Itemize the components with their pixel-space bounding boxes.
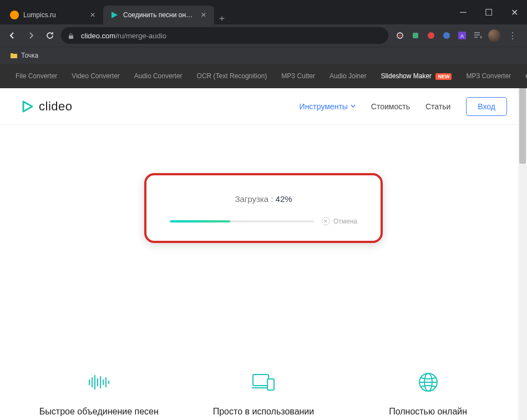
upload-label-text: Загрузка : bbox=[235, 194, 275, 204]
devices-icon bbox=[191, 369, 336, 396]
svg-rect-20 bbox=[267, 379, 274, 390]
bookmark-folder[interactable]: Точка bbox=[7, 50, 42, 61]
browser-menu-icon[interactable]: ⋮ bbox=[506, 29, 519, 42]
feature-title: Просто в использовании bbox=[191, 407, 336, 417]
favicon-lumpics bbox=[10, 11, 19, 19]
url-text: clideo.com/ru/merge-audio bbox=[81, 32, 382, 40]
nav-pricing[interactable]: Стоимость bbox=[371, 102, 410, 111]
softo-link[interactable]: File Converter bbox=[16, 72, 57, 80]
brand-text: clideo bbox=[39, 99, 72, 114]
progress-fill bbox=[170, 220, 230, 222]
new-tab-button[interactable]: ＋ bbox=[214, 13, 230, 24]
login-button[interactable]: Вход bbox=[466, 97, 507, 116]
new-badge: NEW bbox=[435, 73, 452, 80]
svg-point-6 bbox=[443, 32, 450, 39]
progress-bar bbox=[170, 220, 314, 222]
window-close-icon[interactable]: ✕ bbox=[501, 0, 527, 24]
tab-title: Соединить песни онлайн — Со bbox=[123, 11, 195, 19]
extension-icon[interactable] bbox=[442, 31, 452, 41]
clideo-logo[interactable]: clideo bbox=[20, 99, 72, 114]
feature-card: Быстрое объединение песен С помощью этог… bbox=[27, 369, 171, 420]
window-maximize-icon[interactable]: ☐ bbox=[476, 0, 501, 24]
svg-rect-1 bbox=[69, 36, 73, 39]
softo-link[interactable]: Video Converter bbox=[72, 72, 120, 80]
softo-link[interactable]: Audio Converter bbox=[134, 72, 183, 80]
extension-icon[interactable] bbox=[426, 31, 436, 41]
cancel-label: Отмена bbox=[333, 217, 357, 225]
svg-text:A: A bbox=[460, 33, 464, 39]
folder-icon bbox=[10, 52, 18, 59]
feature-card: Просто в использовании Вы можете объедин… bbox=[191, 369, 336, 420]
extension-icon[interactable] bbox=[395, 31, 405, 41]
reading-list-icon[interactable] bbox=[473, 31, 483, 41]
address-bar[interactable]: clideo.com/ru/merge-audio bbox=[61, 27, 388, 44]
cancel-icon: ✕ bbox=[322, 217, 330, 225]
tab-lumpics[interactable]: Lumpics.ru ✕ bbox=[3, 6, 103, 24]
bookmark-label: Точка bbox=[21, 52, 38, 59]
svg-marker-9 bbox=[23, 102, 32, 112]
softo-link[interactable]: MP3 Cutter bbox=[281, 72, 315, 80]
tab-clideo[interactable]: Соединить песни онлайн — Со ✕ bbox=[103, 6, 214, 24]
softo-link[interactable]: OCR (Text Recognition) bbox=[197, 72, 267, 80]
svg-rect-18 bbox=[253, 375, 268, 386]
tab-title: Lumpics.ru bbox=[23, 11, 84, 19]
favicon-clideo bbox=[110, 11, 119, 19]
nav-tools[interactable]: Инструменты bbox=[300, 102, 356, 111]
feature-title: Быстрое объединение песен bbox=[27, 407, 171, 417]
svg-point-5 bbox=[428, 32, 434, 39]
url-host: clideo.com bbox=[81, 32, 115, 40]
softo-link[interactable]: Audio Joiner bbox=[330, 72, 367, 80]
waveform-icon bbox=[27, 369, 171, 396]
softo-link[interactable]: MP3 Converter bbox=[466, 72, 511, 80]
forward-button[interactable] bbox=[23, 28, 39, 43]
softo-highlight-text: Slideshow Maker bbox=[381, 72, 432, 80]
extension-icon[interactable]: A bbox=[457, 31, 467, 41]
window-minimize-icon[interactable]: ─ bbox=[450, 0, 476, 24]
reload-button[interactable] bbox=[42, 28, 58, 43]
upload-label: Загрузка : 42% bbox=[160, 194, 367, 204]
svg-marker-0 bbox=[112, 12, 118, 18]
feature-card: Полностью онлайн Вам не нужно загружать … bbox=[356, 369, 500, 420]
globe-icon bbox=[356, 369, 500, 396]
tab-close-icon[interactable]: ✕ bbox=[200, 11, 207, 19]
tab-close-icon[interactable]: ✕ bbox=[89, 11, 97, 19]
upload-progress-card: Загрузка : 42% ✕ Отмена bbox=[144, 173, 383, 243]
lock-icon bbox=[68, 32, 75, 39]
url-path: /ru/merge-audio bbox=[115, 32, 166, 40]
back-button[interactable] bbox=[4, 28, 20, 43]
softo-link-highlight[interactable]: Slideshow Maker NEW bbox=[381, 72, 452, 80]
scrollbar-track[interactable] bbox=[518, 64, 527, 420]
nav-articles[interactable]: Статьи bbox=[425, 102, 450, 111]
upload-percent: 42% bbox=[276, 194, 292, 204]
play-icon bbox=[20, 99, 34, 114]
chevron-down-icon bbox=[351, 104, 356, 109]
svg-point-3 bbox=[399, 34, 401, 37]
extension-icon[interactable] bbox=[411, 31, 420, 41]
feature-title: Полностью онлайн bbox=[356, 407, 500, 417]
profile-avatar[interactable] bbox=[488, 29, 500, 42]
nav-tools-label: Инструменты bbox=[300, 102, 348, 111]
cancel-button[interactable]: ✕ Отмена bbox=[322, 217, 357, 225]
svg-rect-4 bbox=[413, 33, 418, 38]
